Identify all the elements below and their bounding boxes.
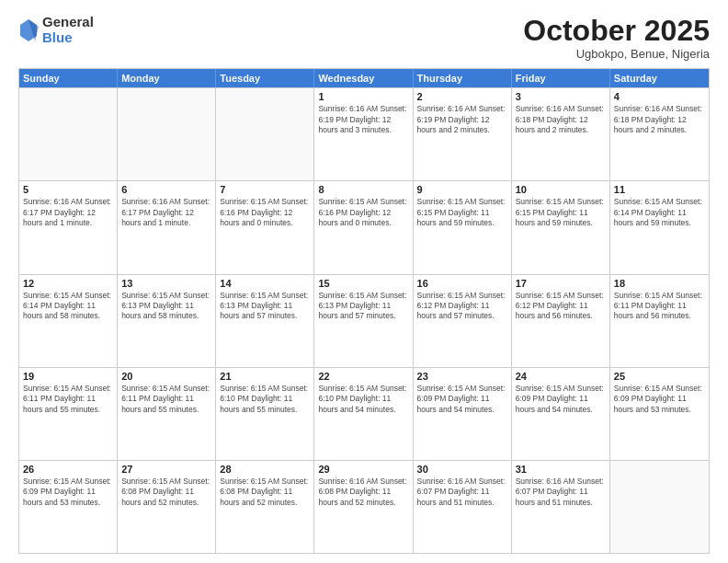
header: General Blue October 2025 Ugbokpo, Benue… — [18, 15, 710, 61]
day-number: 22 — [318, 371, 408, 382]
page: General Blue October 2025 Ugbokpo, Benue… — [0, 0, 728, 563]
cal-week-5: 26Sunrise: 6:15 AM Sunset: 6:09 PM Dayli… — [19, 460, 709, 553]
cal-cell-18: 18Sunrise: 6:15 AM Sunset: 6:11 PM Dayli… — [610, 275, 709, 367]
day-number: 14 — [220, 278, 310, 289]
day-number: 3 — [516, 91, 606, 102]
day-info: Sunrise: 6:16 AM Sunset: 6:18 PM Dayligh… — [516, 104, 606, 135]
day-info: Sunrise: 6:16 AM Sunset: 6:17 PM Dayligh… — [23, 197, 113, 228]
day-info: Sunrise: 6:15 AM Sunset: 6:09 PM Dayligh… — [516, 384, 606, 415]
cal-cell-22: 22Sunrise: 6:15 AM Sunset: 6:10 PM Dayli… — [314, 368, 413, 460]
cal-cell-3: 3Sunrise: 6:16 AM Sunset: 6:18 PM Daylig… — [512, 88, 610, 180]
day-number: 26 — [23, 464, 113, 475]
day-number: 19 — [23, 371, 113, 382]
day-info: Sunrise: 6:15 AM Sunset: 6:09 PM Dayligh… — [417, 384, 507, 415]
day-number: 24 — [516, 371, 606, 382]
day-number: 27 — [121, 464, 211, 475]
cal-cell-24: 24Sunrise: 6:15 AM Sunset: 6:09 PM Dayli… — [512, 368, 610, 460]
cal-header-tuesday: Tuesday — [216, 69, 314, 87]
cal-cell-7: 7Sunrise: 6:15 AM Sunset: 6:16 PM Daylig… — [216, 181, 314, 273]
cal-cell-2: 2Sunrise: 6:16 AM Sunset: 6:19 PM Daylig… — [414, 88, 512, 180]
cal-cell-29: 29Sunrise: 6:16 AM Sunset: 6:08 PM Dayli… — [314, 461, 413, 553]
cal-cell-27: 27Sunrise: 6:15 AM Sunset: 6:08 PM Dayli… — [118, 461, 216, 553]
cal-cell-26: 26Sunrise: 6:15 AM Sunset: 6:09 PM Dayli… — [19, 461, 118, 553]
cal-cell-17: 17Sunrise: 6:15 AM Sunset: 6:12 PM Dayli… — [512, 275, 610, 367]
day-number: 4 — [614, 91, 705, 102]
day-number: 28 — [220, 464, 310, 475]
day-info: Sunrise: 6:15 AM Sunset: 6:08 PM Dayligh… — [220, 477, 310, 508]
day-info: Sunrise: 6:15 AM Sunset: 6:13 PM Dayligh… — [121, 291, 211, 322]
cal-cell-19: 19Sunrise: 6:15 AM Sunset: 6:11 PM Dayli… — [19, 368, 118, 460]
day-number: 12 — [23, 278, 113, 289]
day-info: Sunrise: 6:15 AM Sunset: 6:09 PM Dayligh… — [614, 384, 705, 415]
cal-header-monday: Monday — [118, 69, 216, 87]
logo-area: General Blue — [18, 15, 94, 45]
day-number: 18 — [614, 278, 705, 289]
day-number: 11 — [614, 184, 705, 195]
cal-week-4: 19Sunrise: 6:15 AM Sunset: 6:11 PM Dayli… — [19, 367, 709, 460]
title-area: October 2025 Ugbokpo, Benue, Nigeria — [523, 15, 710, 61]
cal-cell-empty-0-2 — [216, 88, 314, 180]
cal-cell-15: 15Sunrise: 6:15 AM Sunset: 6:13 PM Dayli… — [314, 275, 413, 367]
logo-icon — [18, 17, 39, 43]
cal-header-thursday: Thursday — [414, 69, 512, 87]
cal-cell-30: 30Sunrise: 6:16 AM Sunset: 6:07 PM Dayli… — [414, 461, 512, 553]
cal-week-3: 12Sunrise: 6:15 AM Sunset: 6:14 PM Dayli… — [19, 274, 709, 367]
cal-week-1: 1Sunrise: 6:16 AM Sunset: 6:19 PM Daylig… — [19, 87, 709, 180]
cal-cell-empty-4-6 — [610, 461, 709, 553]
day-info: Sunrise: 6:15 AM Sunset: 6:08 PM Dayligh… — [121, 477, 211, 508]
day-info: Sunrise: 6:15 AM Sunset: 6:10 PM Dayligh… — [220, 384, 310, 415]
cal-cell-20: 20Sunrise: 6:15 AM Sunset: 6:11 PM Dayli… — [118, 368, 216, 460]
day-info: Sunrise: 6:15 AM Sunset: 6:09 PM Dayligh… — [23, 477, 113, 508]
day-info: Sunrise: 6:16 AM Sunset: 6:18 PM Dayligh… — [614, 104, 705, 135]
day-number: 6 — [121, 184, 211, 195]
location: Ugbokpo, Benue, Nigeria — [523, 47, 710, 61]
day-info: Sunrise: 6:15 AM Sunset: 6:11 PM Dayligh… — [614, 291, 705, 322]
day-info: Sunrise: 6:15 AM Sunset: 6:15 PM Dayligh… — [516, 197, 606, 228]
logo-general-text: General — [42, 15, 94, 30]
cal-cell-empty-0-1 — [118, 88, 216, 180]
day-number: 13 — [121, 278, 211, 289]
cal-cell-13: 13Sunrise: 6:15 AM Sunset: 6:13 PM Dayli… — [118, 275, 216, 367]
cal-header-saturday: Saturday — [610, 69, 709, 87]
cal-cell-4: 4Sunrise: 6:16 AM Sunset: 6:18 PM Daylig… — [610, 88, 709, 180]
cal-cell-9: 9Sunrise: 6:15 AM Sunset: 6:15 PM Daylig… — [414, 181, 512, 273]
day-number: 23 — [417, 371, 507, 382]
day-info: Sunrise: 6:16 AM Sunset: 6:19 PM Dayligh… — [318, 104, 408, 135]
cal-cell-11: 11Sunrise: 6:15 AM Sunset: 6:14 PM Dayli… — [610, 181, 709, 273]
cal-header-wednesday: Wednesday — [314, 69, 413, 87]
day-info: Sunrise: 6:15 AM Sunset: 6:11 PM Dayligh… — [121, 384, 211, 415]
day-info: Sunrise: 6:15 AM Sunset: 6:10 PM Dayligh… — [318, 384, 408, 415]
day-number: 1 — [318, 91, 408, 102]
day-number: 15 — [318, 278, 408, 289]
cal-cell-25: 25Sunrise: 6:15 AM Sunset: 6:09 PM Dayli… — [610, 368, 709, 460]
day-info: Sunrise: 6:15 AM Sunset: 6:14 PM Dayligh… — [614, 197, 705, 228]
calendar-body: 1Sunrise: 6:16 AM Sunset: 6:19 PM Daylig… — [19, 87, 709, 553]
cal-cell-14: 14Sunrise: 6:15 AM Sunset: 6:13 PM Dayli… — [216, 275, 314, 367]
calendar: SundayMondayTuesdayWednesdayThursdayFrid… — [18, 68, 710, 554]
day-info: Sunrise: 6:15 AM Sunset: 6:12 PM Dayligh… — [417, 291, 507, 322]
cal-week-2: 5Sunrise: 6:16 AM Sunset: 6:17 PM Daylig… — [19, 180, 709, 273]
day-number: 25 — [614, 371, 705, 382]
day-info: Sunrise: 6:16 AM Sunset: 6:07 PM Dayligh… — [516, 477, 606, 508]
day-info: Sunrise: 6:15 AM Sunset: 6:13 PM Dayligh… — [220, 291, 310, 322]
cal-cell-10: 10Sunrise: 6:15 AM Sunset: 6:15 PM Dayli… — [512, 181, 610, 273]
day-info: Sunrise: 6:15 AM Sunset: 6:11 PM Dayligh… — [23, 384, 113, 415]
day-number: 30 — [417, 464, 507, 475]
day-number: 16 — [417, 278, 507, 289]
day-number: 31 — [516, 464, 606, 475]
day-number: 21 — [220, 371, 310, 382]
cal-cell-16: 16Sunrise: 6:15 AM Sunset: 6:12 PM Dayli… — [414, 275, 512, 367]
day-info: Sunrise: 6:15 AM Sunset: 6:16 PM Dayligh… — [220, 197, 310, 228]
cal-header-sunday: Sunday — [19, 69, 118, 87]
day-info: Sunrise: 6:16 AM Sunset: 6:19 PM Dayligh… — [417, 104, 507, 135]
day-info: Sunrise: 6:15 AM Sunset: 6:14 PM Dayligh… — [23, 291, 113, 322]
day-info: Sunrise: 6:15 AM Sunset: 6:16 PM Dayligh… — [318, 197, 408, 228]
cal-cell-31: 31Sunrise: 6:16 AM Sunset: 6:07 PM Dayli… — [512, 461, 610, 553]
cal-cell-6: 6Sunrise: 6:16 AM Sunset: 6:17 PM Daylig… — [118, 181, 216, 273]
day-info: Sunrise: 6:16 AM Sunset: 6:08 PM Dayligh… — [318, 477, 408, 508]
day-number: 2 — [417, 91, 507, 102]
month-title: October 2025 — [523, 15, 710, 47]
cal-cell-empty-0-0 — [19, 88, 118, 180]
day-number: 8 — [318, 184, 408, 195]
day-number: 10 — [516, 184, 606, 195]
